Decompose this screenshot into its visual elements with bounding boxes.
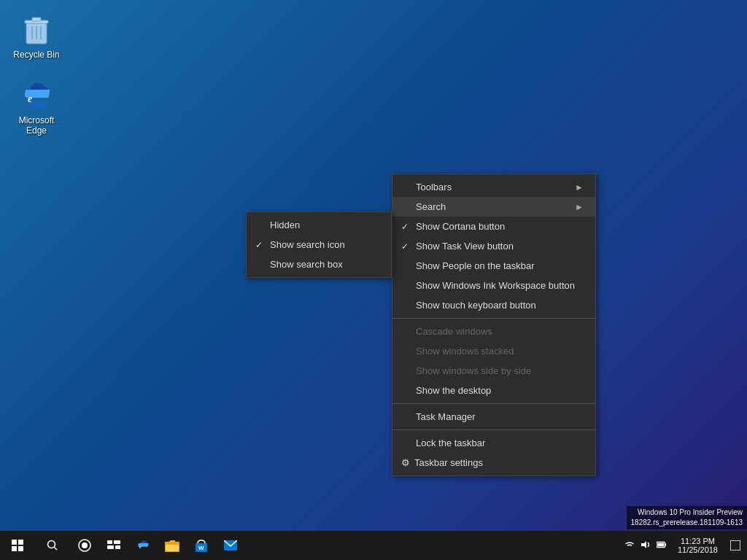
explorer-icon [165,539,179,552]
win-logo-cell-1 [12,540,17,545]
gear-icon: ⚙ [401,457,410,468]
menu-label-show-desktop: Show the desktop [416,385,491,396]
arrow-search: ► [575,202,584,212]
svg-rect-26 [665,543,666,546]
clock[interactable]: 11:23 PM 11/25/2018 [672,531,724,560]
svg-rect-2 [32,18,41,21]
recycle-bin-icon[interactable]: Recycle Bin [7,7,66,64]
svg-marker-24 [641,541,646,548]
mail-taskbar-button[interactable] [216,531,245,560]
recycle-bin-label: Recycle Bin [13,50,59,60]
svg-rect-14 [107,545,114,549]
taskbar: e W [0,531,747,560]
task-view-button[interactable] [99,531,128,560]
svg-rect-27 [657,543,664,546]
separator-3 [392,429,595,430]
checkmark-search [401,202,413,212]
clock-date: 11/25/2018 [678,545,718,554]
checkmark-toolbars [401,182,413,192]
menu-label-search: Search [416,201,446,212]
checkmark-hidden [255,220,267,230]
svg-rect-19 [165,542,171,544]
checkmark-task-manager [401,412,413,422]
menu-item-show-desktop[interactable]: Show the desktop [392,381,595,400]
store-icon: W [195,539,208,552]
cortana-button[interactable] [70,531,99,560]
menu-item-side-by-side: Show windows side by side [392,361,595,381]
menu-label-task-view: Show Task View button [416,241,514,252]
system-tray: 11:23 PM 11/25/2018 [619,531,747,560]
submenu-hidden[interactable]: Hidden [247,215,391,235]
svg-line-9 [55,548,58,551]
network-icon [622,540,637,551]
separator-2 [392,403,595,404]
checkmark-cascade [401,327,413,337]
arrow-toolbars: ► [575,182,584,192]
menu-label-lock-taskbar: Lock the taskbar [416,438,485,448]
menu-item-touch-keyboard[interactable]: Show touch keyboard button [392,295,595,315]
edge-image: e [19,77,54,112]
svg-point-11 [82,542,88,548]
checkmark-show-search-box [255,260,267,270]
search-submenu: Hidden ✓ Show search icon Show search bo… [246,211,392,278]
checkmark-ink [401,281,413,291]
edge-taskbar-icon: e [136,538,150,553]
checkmark-show-search-icon: ✓ [255,240,267,250]
checkmark-touch-keyboard [401,300,413,311]
volume-icon [638,540,653,551]
menu-label-stacked: Show windows stacked [416,346,514,357]
svg-rect-15 [115,545,120,549]
menu-item-taskbar-settings[interactable]: ⚙ Taskbar settings [392,453,595,472]
menu-label-taskbar-settings: Taskbar settings [414,457,483,468]
label-show-search-icon: Show search icon [270,239,345,250]
task-view-icon [107,540,120,551]
search-icon [47,540,58,551]
separator-1 [392,318,595,319]
submenu-show-search-box[interactable]: Show search box [247,254,391,274]
svg-text:W: W [198,545,204,551]
menu-label-ink: Show Windows Ink Workspace button [416,280,575,291]
checkmark-cortana: ✓ [401,222,413,232]
menu-item-task-manager[interactable]: Task Manager [392,407,595,427]
menu-label-task-manager: Task Manager [416,411,476,422]
svg-rect-20 [166,545,179,551]
menu-item-cascade: Cascade windows [392,322,595,341]
menu-label-cortana: Show Cortana button [416,221,505,232]
clock-time: 11:23 PM [681,537,715,545]
checkmark-stacked [401,346,413,357]
svg-point-8 [48,541,55,548]
menu-item-toolbars[interactable]: Toolbars ► [392,177,595,197]
insider-line1: Windows 10 Pro Insider Preview [631,508,743,518]
menu-item-people[interactable]: Show People on the taskbar [392,256,595,276]
edge-label: Microsoft Edge [12,115,61,136]
menu-label-touch-keyboard: Show touch keyboard button [416,300,536,311]
store-taskbar-button[interactable]: W [187,531,216,560]
svg-text:e: e [139,545,142,549]
mail-icon [224,540,237,551]
microsoft-edge-icon[interactable]: e Microsoft Edge [7,73,66,141]
menu-item-cortana[interactable]: ✓ Show Cortana button [392,217,595,236]
submenu-show-search-icon[interactable]: ✓ Show search icon [247,235,391,254]
menu-label-people: Show People on the taskbar [416,260,535,271]
recycle-bin-image [19,12,54,47]
checkmark-show-desktop [401,386,413,396]
menu-item-search[interactable]: Search ► [392,197,595,217]
notification-center-button[interactable] [724,531,747,560]
checkmark-lock-taskbar [401,438,413,448]
label-show-search-box: Show search box [270,259,343,270]
notification-icon [730,540,740,551]
menu-item-task-view[interactable]: ✓ Show Task View button [392,236,595,256]
svg-text:e: e [28,93,32,104]
menu-label-cascade: Cascade windows [416,326,492,337]
tray-icons[interactable] [619,531,672,560]
explorer-taskbar-button[interactable] [158,531,187,560]
menu-item-ink[interactable]: Show Windows Ink Workspace button [392,276,595,295]
edge-taskbar-button[interactable]: e [128,531,158,560]
start-button[interactable] [0,531,35,560]
checkmark-task-view: ✓ [401,241,413,252]
label-hidden: Hidden [270,219,300,230]
taskbar-context-menu: Toolbars ► Search ► ✓ Show Cortana butto… [392,174,596,476]
menu-item-lock-taskbar[interactable]: Lock the taskbar [392,433,595,453]
taskbar-search-button[interactable] [35,531,70,560]
menu-item-stacked: Show windows stacked [392,341,595,361]
